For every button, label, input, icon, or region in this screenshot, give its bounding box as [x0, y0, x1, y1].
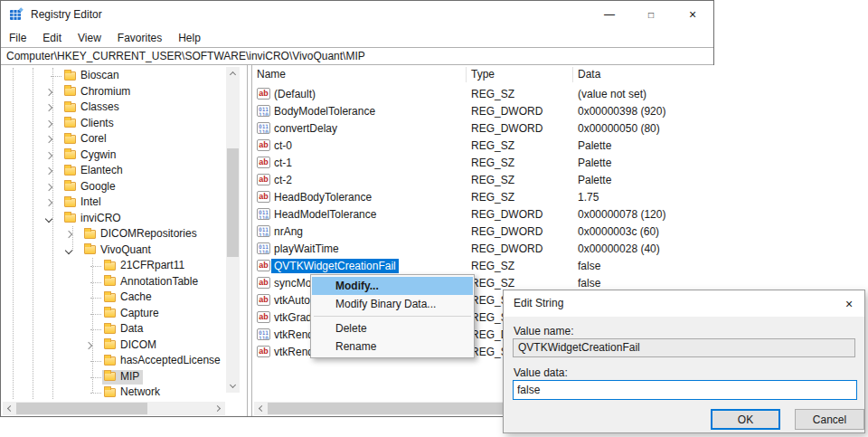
scroll-up-icon[interactable]	[230, 71, 236, 78]
folder-icon	[64, 135, 76, 144]
close-icon[interactable]: ×	[672, 1, 713, 28]
tree-item-clients[interactable]: Clients	[1, 116, 247, 132]
column-header-name[interactable]: Name	[257, 65, 286, 84]
tree-item-label: Bioscan	[80, 70, 119, 81]
expand-icon[interactable]	[45, 119, 52, 127]
tree-item-content: Data	[102, 322, 146, 337]
tree-item-network[interactable]: Network	[1, 385, 247, 401]
tree-item-capture[interactable]: Capture	[1, 306, 247, 322]
value-data: false	[578, 260, 600, 272]
expand-icon[interactable]	[45, 88, 52, 95]
cancel-button[interactable]: Cancel	[795, 409, 864, 430]
tree-item-intel[interactable]: Intel	[1, 195, 247, 211]
minimize-icon[interactable]: —	[589, 1, 630, 28]
tree-guide-stub	[90, 361, 101, 362]
tree-item-label: Google	[80, 181, 116, 193]
tree-item-cygwin[interactable]: Cygwin	[1, 147, 247, 164]
scrollbar-thumb[interactable]	[16, 403, 147, 414]
registry-value-row-ct-1[interactable]: abct-1REG_SZPalette	[252, 155, 714, 172]
value-name: playWaitTime	[271, 242, 342, 256]
expand-icon[interactable]	[45, 151, 52, 158]
expand-icon[interactable]	[45, 199, 52, 206]
column-separator[interactable]	[572, 67, 573, 82]
value-data-input[interactable]	[513, 380, 857, 400]
registry-value-row-default[interactable]: ab(Default)REG_SZ(value not set)	[252, 86, 714, 103]
dialog-close-icon[interactable]: ×	[834, 290, 864, 317]
registry-value-row-headbodytolerance[interactable]: abHeadBodyToleranceREG_SZ1.75	[252, 189, 714, 206]
expand-icon[interactable]	[45, 104, 52, 111]
column-header-type[interactable]: Type	[471, 65, 495, 84]
value-data-label: Value data:	[514, 366, 568, 379]
tree-item-hasacceptedlicense[interactable]: hasAcceptedLicense	[1, 353, 247, 369]
address-bar[interactable]: Computer\HKEY_CURRENT_USER\SOFTWARE\invi…	[1, 47, 713, 65]
context-menu-modify[interactable]: Modify...	[312, 277, 473, 295]
title-bar[interactable]: Registry Editor — □ ×	[1, 1, 713, 29]
registry-value-row-headmodeltolerance[interactable]: 011110HeadModelToleranceREG_DWORD0x00000…	[252, 206, 714, 223]
registry-value-row-ct-2[interactable]: abct-2REG_SZPalette	[252, 172, 714, 189]
tree-item-content: 21CFRpart11	[102, 259, 188, 273]
context-menu-rename[interactable]: Rename	[312, 337, 473, 356]
tree-item-cache[interactable]: Cache	[1, 290, 247, 306]
scrollbar-thumb[interactable]	[227, 148, 239, 257]
expand-icon[interactable]	[45, 167, 52, 175]
expand-icon[interactable]	[45, 183, 52, 190]
collapse-icon[interactable]	[65, 246, 72, 253]
tree-item-vivoquant[interactable]: VivoQuant	[1, 242, 247, 259]
menu-help[interactable]: Help	[170, 29, 209, 47]
expand-icon[interactable]	[65, 231, 72, 238]
tree-item-dicomrepositories[interactable]: DICOMRepositories	[1, 226, 247, 242]
tree-horizontal-scrollbar[interactable]	[3, 402, 225, 415]
tree-item-content: DICOMRepositories	[82, 227, 201, 242]
collapse-icon[interactable]	[45, 214, 52, 222]
tree-item-classes[interactable]: Classes	[1, 100, 247, 116]
tree-item-annotationtable[interactable]: AnnotationTable	[1, 274, 247, 290]
tree-item-dicom[interactable]: DICOM	[1, 337, 247, 354]
ok-button[interactable]: OK	[711, 409, 780, 430]
dword-value-icon: 011110	[257, 105, 270, 117]
tree-item-data[interactable]: Data	[1, 321, 247, 337]
tree-item-label: DICOM	[120, 339, 156, 351]
folder-icon	[104, 372, 116, 381]
tree-item-label: AnnotationTable	[120, 276, 198, 288]
dialog-title-bar[interactable]: Edit String ×	[504, 290, 864, 317]
registry-value-row-bodymodeltolerance[interactable]: 011110BodyModelToleranceREG_DWORD0x00000…	[252, 103, 714, 120]
tree-item-corel[interactable]: Corel	[1, 131, 247, 147]
registry-value-row-playwaittime[interactable]: 011110playWaitTimeREG_DWORD0x00000028 (4…	[252, 241, 714, 258]
tree-item-chromium[interactable]: Chromium	[1, 84, 247, 100]
tree-item-label: Elantech	[80, 165, 123, 176]
maximize-icon[interactable]: □	[630, 1, 672, 28]
tree-item-label: Intel	[80, 196, 101, 208]
expand-icon[interactable]	[45, 136, 52, 143]
folder-icon	[64, 166, 76, 176]
folder-icon	[104, 261, 116, 271]
registry-value-row-qvtkwidgetcreationfail[interactable]: abQVTKWidgetCreationFailREG_SZfalse	[252, 258, 714, 275]
registry-value-row-ct-0[interactable]: abct-0REG_SZPalette	[252, 138, 714, 155]
expand-icon[interactable]	[85, 341, 92, 348]
tree-item-bioscan[interactable]: Bioscan	[1, 68, 247, 84]
menu-favorites[interactable]: Favorites	[109, 29, 170, 47]
registry-value-row-nrang[interactable]: 011110nrAngREG_DWORD0x0000003c (60)	[252, 223, 714, 241]
column-separator[interactable]	[466, 67, 467, 82]
menu-edit[interactable]: Edit	[34, 29, 70, 47]
scroll-down-icon[interactable]	[230, 382, 236, 388]
registry-value-row-convertdelay[interactable]: 011110convertDelayREG_DWORD0x00000050 (8…	[252, 120, 714, 138]
column-header-data[interactable]: Data	[578, 65, 600, 84]
scroll-left-icon[interactable]	[259, 405, 265, 412]
value-type: REG_SZ	[471, 88, 514, 100]
string-value-icon: ab	[257, 260, 270, 271]
scroll-right-icon[interactable]	[214, 405, 221, 412]
tree-item-content: Cygwin	[62, 148, 119, 163]
tree-item-mip[interactable]: MIP	[1, 369, 247, 385]
tree-item-elantech[interactable]: Elantech	[1, 163, 247, 179]
tree-item-invicro[interactable]: inviCRO	[1, 211, 247, 227]
tree-item-google[interactable]: Google	[1, 179, 247, 195]
tree-vertical-scrollbar[interactable]	[226, 67, 240, 393]
tree-item-label: Cache	[120, 291, 152, 303]
menu-view[interactable]: View	[70, 29, 109, 47]
tree-item-21cfrpart11[interactable]: 21CFRpart11	[1, 258, 247, 274]
context-menu-modify-binary-data[interactable]: Modify Binary Data...	[312, 295, 473, 313]
folder-icon	[104, 293, 116, 302]
context-menu-delete[interactable]: Delete	[312, 319, 473, 337]
scroll-left-icon[interactable]	[7, 405, 14, 412]
menu-file[interactable]: File	[1, 29, 34, 47]
